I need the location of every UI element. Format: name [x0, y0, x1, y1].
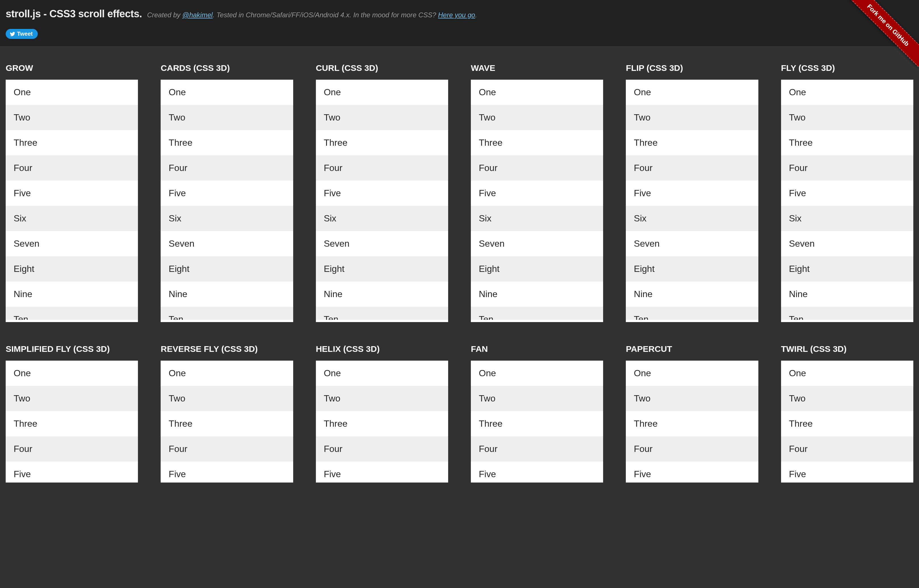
list-item: Seven — [626, 231, 758, 256]
demo-title: CURL (CSS 3D) — [316, 63, 448, 73]
demo-title: SIMPLIFIED FLY (CSS 3D) — [6, 344, 138, 354]
demo-reverse-fly: REVERSE FLY (CSS 3D) One Two Three Four … — [160, 344, 293, 483]
list-item: Ten — [316, 307, 448, 320]
content-area: GROW One Two Three Four Five Six Seven E… — [0, 46, 919, 483]
tweet-button[interactable]: Tweet — [6, 29, 38, 39]
list-item: Three — [781, 411, 913, 436]
list-item: One — [471, 360, 603, 386]
demo-helix: HELIX (CSS 3D) One Two Three Four Five — [316, 344, 448, 483]
list-item: One — [626, 80, 758, 105]
list-item: Nine — [160, 281, 293, 307]
list-item: Two — [471, 105, 603, 130]
list-item: Seven — [6, 231, 138, 256]
demo-flip: FLIP (CSS 3D) One Two Three Four Five Si… — [626, 63, 758, 322]
demo-title: HELIX (CSS 3D) — [316, 344, 448, 354]
subtitle-prefix: Created by — [147, 11, 182, 19]
list-item: Five — [471, 462, 603, 483]
list-item: Four — [316, 155, 448, 181]
list-item: Ten — [160, 307, 293, 320]
list-item: Seven — [316, 231, 448, 256]
list-item: Two — [6, 105, 138, 130]
demo-cards: CARDS (CSS 3D) One Two Three Four Five S… — [160, 63, 293, 322]
list-item: One — [471, 80, 603, 105]
list-item: Three — [471, 130, 603, 155]
demo-list-simplified-fly[interactable]: One Two Three Four Five — [6, 360, 138, 483]
list-item: One — [626, 360, 758, 386]
list-item: Five — [6, 181, 138, 206]
demo-list-fan[interactable]: One Two Three Four Five — [471, 360, 603, 483]
demo-title: FLIP (CSS 3D) — [626, 63, 758, 73]
demo-list-reverse-fly[interactable]: One Two Three Four Five — [160, 360, 293, 483]
demo-papercut: PAPERCUT One Two Three Four Five — [626, 344, 758, 483]
list-item: Seven — [160, 231, 293, 256]
list-item: Two — [316, 386, 448, 411]
page-title: stroll.js - CSS3 scroll effects. — [6, 8, 142, 20]
list-item: Six — [160, 206, 293, 231]
list-item: Three — [316, 130, 448, 155]
list-item: Five — [160, 462, 293, 483]
list-item: Three — [626, 130, 758, 155]
list-item: Eight — [626, 256, 758, 281]
list-item: Nine — [781, 281, 913, 307]
list-item: Two — [316, 105, 448, 130]
demo-list-helix[interactable]: One Two Three Four Five — [316, 360, 448, 483]
list-item: Four — [6, 436, 138, 462]
list-item: One — [316, 80, 448, 105]
list-item: One — [781, 80, 913, 105]
list-item: Two — [781, 105, 913, 130]
list-item: Three — [6, 130, 138, 155]
demo-title: WAVE — [471, 63, 603, 73]
list-item: Four — [626, 436, 758, 462]
list-item: Nine — [6, 281, 138, 307]
demo-list-flip[interactable]: One Two Three Four Five Six Seven Eight … — [626, 80, 758, 322]
list-item: Three — [160, 411, 293, 436]
author-link[interactable]: @hakimel — [182, 11, 212, 19]
demo-list-fly[interactable]: One Two Three Four Five Six Seven Eight … — [781, 80, 913, 322]
demo-list-grow[interactable]: One Two Three Four Five Six Seven Eight … — [6, 80, 138, 322]
demo-fly: FLY (CSS 3D) One Two Three Four Five Six… — [781, 63, 913, 322]
list-item: One — [160, 80, 293, 105]
list-item: Four — [160, 436, 293, 462]
list-item: Five — [316, 462, 448, 483]
demo-title: GROW — [6, 63, 138, 73]
list-item: Five — [781, 181, 913, 206]
list-item: Eight — [781, 256, 913, 281]
more-css-link[interactable]: Here you go — [438, 11, 475, 19]
list-item: Ten — [781, 307, 913, 320]
list-item: Six — [781, 206, 913, 231]
list-item: Ten — [471, 307, 603, 320]
list-item: Three — [781, 130, 913, 155]
list-item: Six — [471, 206, 603, 231]
list-item: Eight — [160, 256, 293, 281]
list-item: Five — [626, 181, 758, 206]
list-item: Four — [781, 155, 913, 181]
demo-list-curl[interactable]: One Two Three Four Five Six Seven Eight … — [316, 80, 448, 322]
demo-title: PAPERCUT — [626, 344, 758, 354]
list-item: Five — [6, 462, 138, 483]
demo-twirl: TWIRL (CSS 3D) One Two Three Four Five — [781, 344, 913, 483]
list-item: Six — [626, 206, 758, 231]
list-item: Four — [160, 155, 293, 181]
demo-list-wave[interactable]: One Two Three Four Five Six Seven Eight … — [471, 80, 603, 322]
list-item: Five — [781, 462, 913, 483]
list-item: Four — [316, 436, 448, 462]
demo-title: REVERSE FLY (CSS 3D) — [160, 344, 293, 354]
list-item: Two — [626, 105, 758, 130]
list-item: Two — [781, 386, 913, 411]
list-item: Six — [316, 206, 448, 231]
demo-list-twirl[interactable]: One Two Three Four Five — [781, 360, 913, 483]
list-item: Five — [160, 181, 293, 206]
list-item: One — [160, 360, 293, 386]
twitter-icon — [10, 31, 15, 37]
list-item: Three — [626, 411, 758, 436]
list-item: Four — [471, 436, 603, 462]
list-item: Nine — [626, 281, 758, 307]
demo-wave: WAVE One Two Three Four Five Six Seven E… — [471, 63, 603, 322]
demo-fan: FAN One Two Three Four Five — [471, 344, 603, 483]
list-item: Nine — [316, 281, 448, 307]
demo-list-papercut[interactable]: One Two Three Four Five — [626, 360, 758, 483]
list-item: Eight — [316, 256, 448, 281]
list-item: One — [6, 80, 138, 105]
demo-list-cards[interactable]: One Two Three Four Five Six Seven Eight … — [160, 80, 293, 322]
subtitle: Created by @hakimel. Tested in Chrome/Sa… — [147, 11, 477, 19]
